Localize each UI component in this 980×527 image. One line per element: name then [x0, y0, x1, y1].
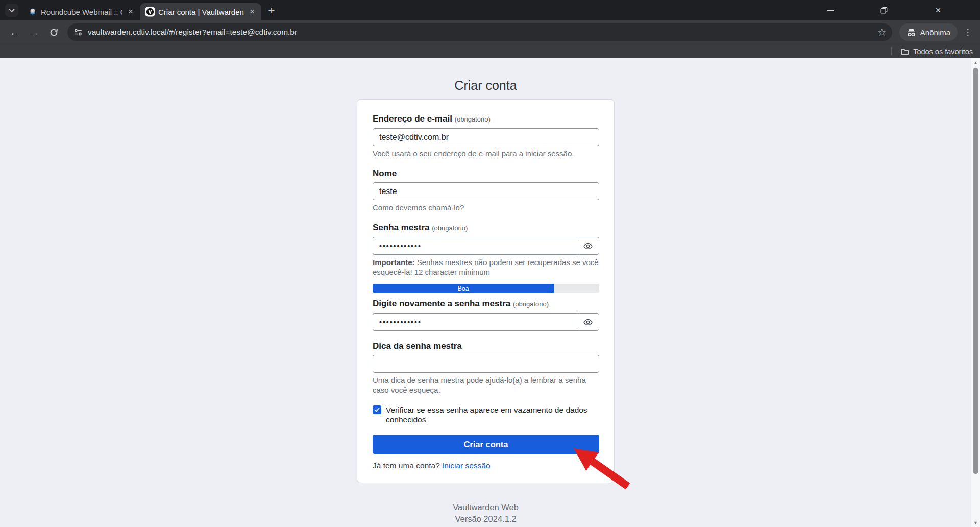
email-field[interactable]: [373, 128, 599, 146]
confirm-password-label: Digite novamente a senha mestra (obrigat…: [373, 299, 599, 309]
tab-title: Criar conta | Vaultwarden Web: [158, 8, 244, 16]
browser-toolbar: ← → vaultwarden.cdtiv.local/#/register?e…: [0, 20, 980, 44]
forward-button[interactable]: →: [26, 24, 42, 40]
confirm-password-field[interactable]: [373, 313, 577, 331]
scroll-down-button[interactable]: ▼: [971, 518, 980, 527]
url-text[interactable]: vaultwarden.cdtiv.local/#/register?email…: [88, 28, 875, 37]
bookmarks-divider: [891, 47, 892, 55]
vaultwarden-favicon-icon: [145, 7, 155, 17]
close-window-button[interactable]: ×: [934, 6, 942, 14]
confirm-password-group: Digite novamente a senha mestra (obrigat…: [373, 299, 599, 331]
tab-close-icon[interactable]: ×: [126, 7, 136, 17]
roundcube-favicon-icon: [28, 7, 38, 17]
email-label: Endereço de e-mail (obrigatório): [373, 114, 599, 125]
strength-label: Boa: [457, 285, 469, 292]
strength-fill: Boa: [373, 284, 554, 293]
register-card: Endereço de e-mail (obrigatório) Você us…: [357, 99, 615, 483]
address-bar[interactable]: vaultwarden.cdtiv.local/#/register?email…: [67, 23, 892, 41]
login-link[interactable]: Iniciar sessão: [442, 461, 491, 470]
password-strength-bar: Boa: [373, 284, 599, 293]
browser-menu-button[interactable]: ⋮: [961, 25, 975, 39]
login-prompt: Já tem uma conta?: [373, 461, 440, 470]
reload-icon: [49, 28, 59, 37]
reload-button[interactable]: [45, 24, 62, 40]
profile-name: Anônima: [920, 28, 950, 37]
required-hint: (obrigatório): [513, 300, 549, 308]
name-group: Nome Como devemos chamá-lo?: [373, 169, 599, 212]
breach-check-row: Verificar se essa senha aparece em vazam…: [373, 405, 599, 424]
hint-field[interactable]: [373, 355, 599, 373]
page-viewport: Criar conta Endereço de e-mail (obrigató…: [0, 58, 980, 527]
bookmark-star-icon[interactable]: ☆: [875, 25, 889, 39]
scrollbar-thumb[interactable]: [973, 68, 978, 474]
bookmarks-bar: Todos os favoritos: [0, 44, 980, 58]
tab-title: Roundcube Webmail :: Caixa de: [41, 8, 122, 16]
check-icon: [374, 408, 380, 412]
breach-check-checkbox[interactable]: [373, 405, 381, 414]
close-icon: ×: [935, 6, 941, 14]
name-helper: Como devemos chamá-lo?: [373, 203, 599, 212]
master-password-label: Senha mestra (obrigatório): [373, 223, 599, 233]
login-row: Já tem uma conta?Iniciar sessão: [373, 461, 599, 470]
toggle-password-visibility-button[interactable]: [577, 237, 599, 255]
all-bookmarks-button[interactable]: Todos os favoritos: [913, 47, 973, 56]
minimize-icon: [827, 10, 834, 11]
email-helper: Você usará o seu endereço de e-mail para…: [373, 149, 599, 158]
tab-close-icon[interactable]: ×: [247, 7, 257, 17]
minimize-button[interactable]: [826, 6, 834, 14]
site-footer: Vaultwarden Web Versão 2024.1.2: [0, 501, 971, 525]
footer-version: Versão 2024.1.2: [0, 513, 971, 525]
eye-icon: [583, 317, 593, 327]
eye-icon: [583, 241, 593, 251]
create-account-button[interactable]: Criar conta: [373, 435, 599, 454]
master-password-field[interactable]: [373, 237, 577, 255]
new-tab-button[interactable]: +: [264, 4, 279, 18]
browser-window: Roundcube Webmail :: Caixa de × Criar co…: [0, 0, 980, 527]
name-label: Nome: [373, 169, 599, 179]
back-button[interactable]: ←: [7, 24, 23, 40]
scroll-up-button[interactable]: ▲: [971, 58, 980, 67]
tab-vaultwarden[interactable]: Criar conta | Vaultwarden Web ×: [140, 3, 261, 20]
name-field[interactable]: [373, 182, 599, 200]
window-controls: ×: [826, 0, 980, 20]
hint-group: Dica da senha mestra Uma dica de senha m…: [373, 341, 599, 395]
folder-icon: [901, 48, 909, 55]
site-settings-icon[interactable]: [74, 28, 83, 37]
master-password-group: Senha mestra (obrigatório) Importante: S…: [373, 223, 599, 293]
chevron-down-icon: [9, 7, 14, 12]
tab-strip: Roundcube Webmail :: Caixa de × Criar co…: [0, 0, 980, 20]
hint-label: Dica da senha mestra: [373, 341, 599, 351]
required-hint: (obrigatório): [455, 115, 491, 123]
incognito-icon: [906, 28, 916, 37]
footer-app-name: Vaultwarden Web: [0, 501, 971, 513]
page-title: Criar conta: [0, 78, 971, 93]
master-password-helper: Importante: Senhas mestres não podem ser…: [373, 257, 599, 277]
toggle-password-visibility-button[interactable]: [577, 313, 599, 331]
page-scrollbar[interactable]: ▲ ▼: [971, 58, 980, 527]
hint-helper: Uma dica de senha mestra pode ajudá-lo(a…: [373, 375, 599, 395]
email-group: Endereço de e-mail (obrigatório) Você us…: [373, 114, 599, 158]
breach-check-label[interactable]: Verificar se essa senha aparece em vazam…: [386, 405, 599, 424]
restore-button[interactable]: [880, 6, 888, 14]
incognito-badge[interactable]: Anônima: [899, 23, 958, 41]
restore-icon: [880, 7, 888, 14]
tab-roundcube[interactable]: Roundcube Webmail :: Caixa de ×: [22, 3, 140, 20]
tab-search-button[interactable]: [5, 4, 18, 17]
required-hint: (obrigatório): [432, 224, 468, 232]
